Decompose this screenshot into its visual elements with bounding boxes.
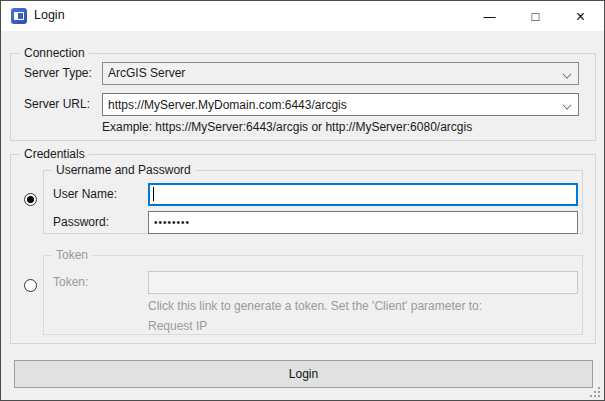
user-name-input[interactable] (148, 183, 578, 206)
text-caret (153, 187, 154, 201)
close-icon: × (576, 8, 585, 26)
login-dialog: Login — □ × Connection Server Type: ArcG… (0, 0, 605, 401)
server-url-label: Server URL: (24, 97, 90, 111)
token-radio[interactable] (24, 279, 37, 292)
username-password-radio[interactable] (24, 193, 37, 206)
app-window-icon (11, 8, 27, 24)
minimize-button[interactable]: — (467, 2, 512, 31)
login-button-label: Login (289, 367, 318, 381)
server-type-dropdown[interactable]: ArcGIS Server (102, 62, 579, 85)
login-button[interactable]: Login (14, 360, 593, 388)
user-name-label: User Name: (53, 187, 117, 201)
password-label: Password: (53, 215, 109, 229)
credentials-group: Credentials Username and Password User N… (10, 154, 596, 344)
minimize-icon: — (484, 10, 496, 24)
server-url-input[interactable] (102, 93, 579, 116)
token-label: Token: (53, 275, 88, 289)
close-button[interactable]: × (558, 2, 603, 31)
username-password-group: Username and Password User Name: Passwor… (43, 170, 583, 234)
server-type-label: Server Type: (24, 66, 92, 80)
server-type-value: ArcGIS Server (108, 66, 185, 80)
token-input (148, 271, 578, 294)
password-input[interactable] (148, 211, 578, 234)
maximize-button[interactable]: □ (513, 2, 558, 31)
server-url-example: Example: https://MyServer:6443/arcgis or… (102, 120, 472, 134)
title-bar[interactable]: Login — □ × (1, 1, 604, 31)
credentials-group-label: Credentials (20, 147, 89, 161)
resize-grip[interactable] (598, 395, 600, 397)
request-ip-link[interactable]: Request IP (148, 319, 207, 333)
connection-group: Connection Server Type: ArcGIS Server Se… (10, 53, 596, 141)
maximize-icon: □ (532, 9, 540, 24)
window-title: Login (34, 8, 65, 22)
username-password-group-label: Username and Password (52, 163, 195, 177)
token-group-label: Token (52, 248, 92, 262)
token-help-text: Click this link to generate a token. Set… (148, 299, 482, 313)
connection-group-label: Connection (20, 46, 89, 60)
token-group: Token Token: Click this link to generate… (43, 255, 583, 335)
